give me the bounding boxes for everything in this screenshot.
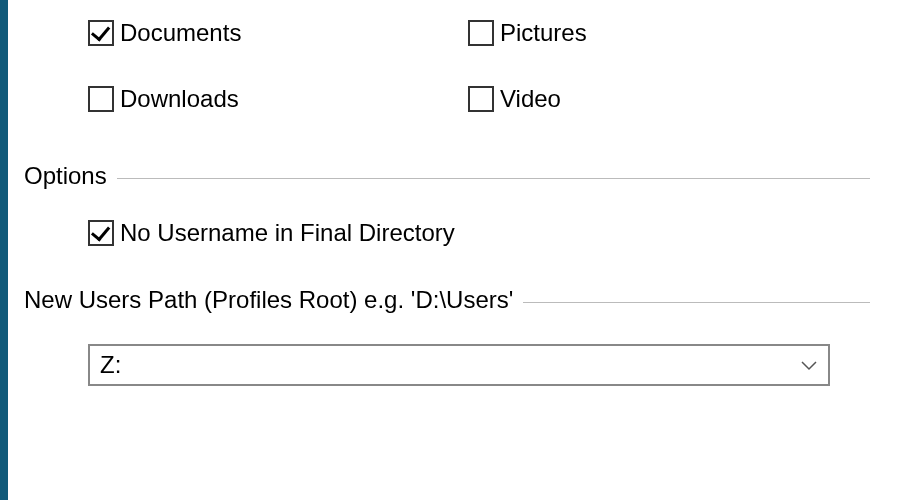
new-users-path-combobox[interactable]: Z: bbox=[88, 344, 830, 386]
checkbox-label-video: Video bbox=[500, 87, 561, 111]
checkbox-box-video[interactable] bbox=[468, 86, 494, 112]
new-users-path-title: New Users Path (Profiles Root) e.g. 'D:\… bbox=[18, 286, 523, 314]
checkbox-label-downloads: Downloads bbox=[120, 87, 239, 111]
checkbox-documents[interactable]: Documents bbox=[88, 20, 468, 46]
checkbox-box-no-username[interactable] bbox=[88, 220, 114, 246]
checkbox-box-pictures[interactable] bbox=[468, 20, 494, 46]
options-title: Options bbox=[18, 162, 117, 190]
new-users-path-title-line bbox=[523, 302, 870, 303]
checkbox-box-documents[interactable] bbox=[88, 20, 114, 46]
checkbox-pictures[interactable]: Pictures bbox=[468, 20, 870, 46]
folders-checkbox-grid: Documents Pictures Downloads Video bbox=[18, 20, 870, 112]
checkbox-no-username[interactable]: No Username in Final Directory bbox=[88, 220, 870, 246]
checkbox-downloads[interactable]: Downloads bbox=[88, 86, 468, 112]
options-title-line bbox=[117, 178, 870, 179]
options-group: Options No Username in Final Directory bbox=[18, 162, 870, 246]
checkbox-label-pictures: Pictures bbox=[500, 21, 587, 45]
new-users-path-value: Z: bbox=[100, 351, 800, 379]
checkbox-video[interactable]: Video bbox=[468, 86, 870, 112]
checkbox-label-no-username: No Username in Final Directory bbox=[120, 221, 455, 245]
chevron-down-icon bbox=[800, 359, 818, 371]
checkbox-label-documents: Documents bbox=[120, 21, 241, 45]
new-users-path-group: New Users Path (Profiles Root) e.g. 'D:\… bbox=[18, 286, 870, 386]
checkbox-box-downloads[interactable] bbox=[88, 86, 114, 112]
